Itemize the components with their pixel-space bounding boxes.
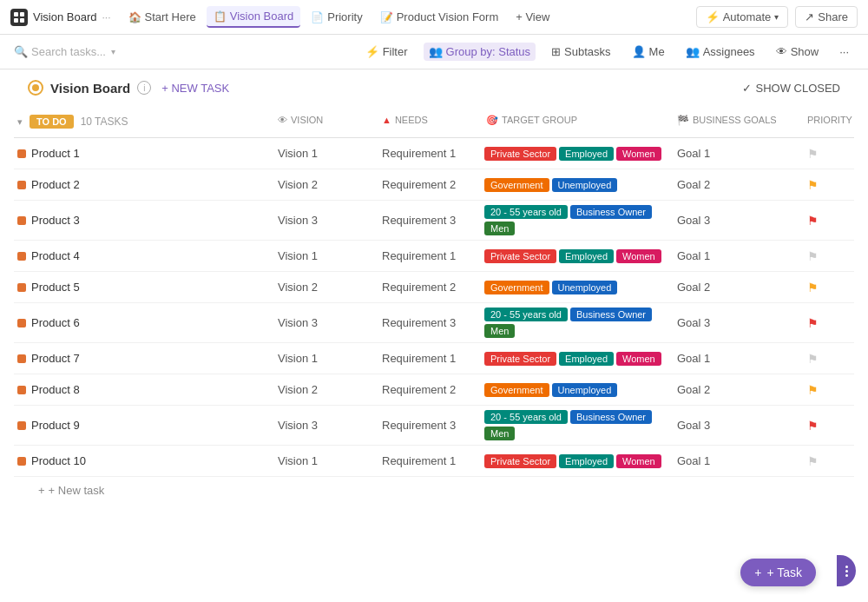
nav-priority[interactable]: 📄 Priority <box>304 7 369 27</box>
tag: Men <box>484 427 515 440</box>
toolbar-right: ⚡ Filter 👥 Group by: Status ⊞ Subtasks 👤… <box>360 43 854 61</box>
nav-product-vision-form[interactable]: 📝 Product Vision Form <box>373 7 506 27</box>
app-logo[interactable]: Vision Board ··· <box>10 9 111 26</box>
table-row[interactable]: Product 8 Vision 2Requirement 2Governmen… <box>14 374 854 406</box>
home-icon: 🏠 <box>128 11 141 23</box>
table-header: ▾ TO DO 10 TASKS 👁 VISION ▲ NEEDS 🎯 TARG… <box>14 103 854 138</box>
table-row[interactable]: Product 3 Vision 3Requirement 320 - 55 y… <box>14 201 854 241</box>
fab-label: + Task <box>766 566 802 579</box>
task-priority: ⚑ <box>804 249 854 263</box>
tag: Men <box>484 324 515 338</box>
task-name: Product 9 <box>31 419 80 432</box>
assignees-icon: 👥 <box>686 45 700 58</box>
task-priority: ⚑ <box>804 214 854 228</box>
task-goal: Goal 1 <box>674 454 804 467</box>
task-vision: Vision 1 <box>274 147 378 160</box>
task-color-dot <box>17 149 26 158</box>
add-task-label: + New task <box>49 484 105 497</box>
task-needs: Requirement 2 <box>378 281 483 294</box>
vision-header-label: VISION <box>291 115 323 125</box>
dot2 <box>845 570 848 572</box>
status-dot <box>32 84 39 91</box>
status-circle[interactable] <box>28 80 43 96</box>
task-needs: Requirement 3 <box>378 214 483 227</box>
task-goal: Goal 2 <box>674 281 804 294</box>
task-needs: Requirement 3 <box>378 316 483 329</box>
col-priority-header: PRIORITY <box>804 115 854 125</box>
tag: Employed <box>559 147 614 161</box>
tag: Unemployed <box>552 383 618 397</box>
task-name-cell: Product 7 <box>14 352 274 365</box>
more-options-button[interactable]: ··· <box>834 43 854 61</box>
nav-view[interactable]: + View <box>509 7 556 27</box>
col-needs-header: ▲ NEEDS <box>378 115 483 125</box>
subtasks-button[interactable]: ⊞ Subtasks <box>546 43 615 61</box>
task-needs: Requirement 1 <box>378 147 483 160</box>
task-needs: Requirement 2 <box>378 178 483 191</box>
eye-col-icon: 👁 <box>278 115 287 125</box>
automate-label: Automate <box>723 10 772 23</box>
group-by-button[interactable]: 👥 Group by: Status <box>424 43 536 61</box>
task-name-cell: Product 10 <box>14 454 274 467</box>
board-header: Vision Board i + NEW TASK ✓ SHOW CLOSED <box>14 69 854 103</box>
task-needs: Requirement 1 <box>378 352 483 365</box>
task-name: Product 2 <box>31 178 80 191</box>
tag: Employed <box>559 454 614 468</box>
add-task-row[interactable]: + + New task <box>14 477 854 497</box>
assignees-button[interactable]: 👥 Assignees <box>681 43 760 61</box>
task-color-dot <box>17 181 26 189</box>
share-button[interactable]: ↗ Share <box>795 6 858 28</box>
table-row[interactable]: Product 10 Vision 1Requirement 1Private … <box>14 446 854 477</box>
table-row[interactable]: Product 2 Vision 2Requirement 2Governmen… <box>14 169 854 201</box>
automate-button[interactable]: ⚡ Automate ▾ <box>696 6 789 28</box>
table-row[interactable]: Product 7 Vision 1Requirement 1Private S… <box>14 343 854 374</box>
task-vision: Vision 3 <box>274 214 378 227</box>
tag: Unemployed <box>552 281 618 294</box>
col-vision-header: 👁 VISION <box>274 115 378 125</box>
tag: Business Owner <box>570 410 652 424</box>
table-row[interactable]: Product 4 Vision 1Requirement 1Private S… <box>14 241 854 272</box>
filter-button[interactable]: ⚡ Filter <box>360 43 413 61</box>
group-toggle[interactable]: ▾ <box>17 116 23 128</box>
nav-view-label: + View <box>516 10 549 23</box>
task-priority: ⚑ <box>804 281 854 294</box>
task-name-cell: Product 1 <box>14 147 274 160</box>
group-icon: 👥 <box>429 45 443 58</box>
table-row[interactable]: Product 6 Vision 3Requirement 320 - 55 y… <box>14 303 854 343</box>
nav-start-here[interactable]: 🏠 Start Here <box>122 7 203 27</box>
table-row[interactable]: Product 9 Vision 3Requirement 320 - 55 y… <box>14 406 854 446</box>
task-target-group: Private SectorEmployedWomen <box>483 249 674 263</box>
task-target-group: GovernmentUnemployed <box>483 383 674 397</box>
task-color-dot <box>17 319 26 327</box>
task-name-cell: Product 4 <box>14 249 274 262</box>
show-closed-button[interactable]: ✓ SHOW CLOSED <box>742 82 840 95</box>
table-wrapper: ▾ TO DO 10 TASKS 👁 VISION ▲ NEEDS 🎯 TARG… <box>14 103 854 497</box>
tag: Government <box>484 281 549 294</box>
tag: Men <box>484 222 515 235</box>
info-icon[interactable]: i <box>137 81 151 95</box>
search-box[interactable]: 🔍 Search tasks... ▾ <box>14 45 353 58</box>
show-button[interactable]: 👁 Show <box>771 43 825 61</box>
task-needs: Requirement 3 <box>378 419 483 432</box>
app-title: Vision Board <box>33 10 96 23</box>
tag: Government <box>484 383 549 397</box>
fab-button[interactable]: + + Task <box>740 559 816 586</box>
task-priority: ⚑ <box>804 383 854 397</box>
table-container: Vision Board i + NEW TASK ✓ SHOW CLOSED … <box>0 69 868 497</box>
task-goal: Goal 2 <box>674 383 804 396</box>
nav-dots[interactable]: ··· <box>102 11 110 23</box>
table-row[interactable]: Product 5 Vision 2Requirement 2Governmen… <box>14 272 854 303</box>
task-priority: ⚑ <box>804 147 854 161</box>
tag: Women <box>616 454 661 468</box>
priority-flag-icon: ⚑ <box>807 249 819 263</box>
target-col-icon: 🎯 <box>486 115 498 126</box>
me-button[interactable]: 👤 Me <box>627 43 670 61</box>
new-task-button[interactable]: + NEW TASK <box>161 82 229 95</box>
share-icon: ↗ <box>805 10 814 23</box>
table-row[interactable]: Product 1 Vision 1Requirement 1Private S… <box>14 138 854 169</box>
nav-vision-board[interactable]: 📋 Vision Board <box>207 6 300 28</box>
task-vision: Vision 1 <box>274 352 378 365</box>
task-goal: Goal 1 <box>674 352 804 365</box>
col-target-header: 🎯 TARGET GROUP <box>483 115 674 126</box>
tag: Business Owner <box>570 205 652 219</box>
